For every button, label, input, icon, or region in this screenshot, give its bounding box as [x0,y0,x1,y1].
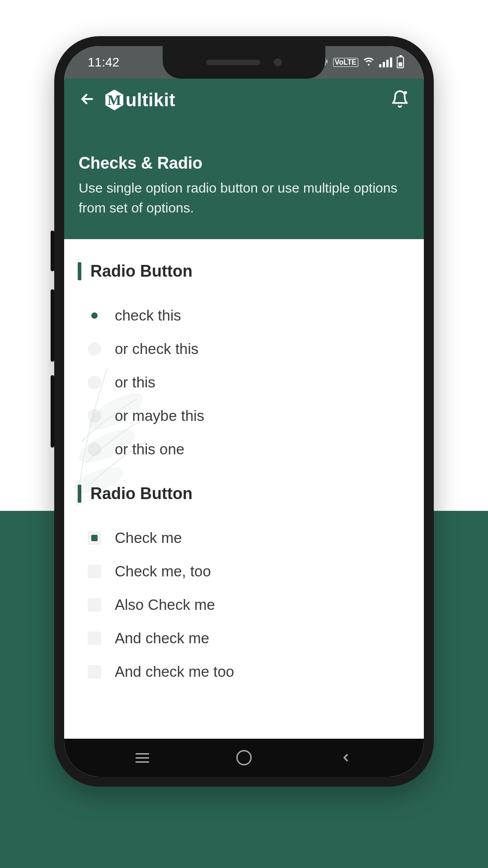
option-label: Check me, too [115,563,211,580]
app-logo[interactable]: M ultikit [104,90,175,110]
option-label: check this [115,307,181,324]
side-button [51,231,54,271]
section-heading-radio: Radio Button [78,262,410,281]
checkbox-indicator [87,597,102,613]
checkbox-indicator [87,631,102,646]
checkbox-option[interactable]: Check me, too [78,555,410,588]
volte-icon: VoLTE [333,58,358,67]
status-icons: VoLTE [319,55,404,70]
option-label: or this [115,374,155,391]
phone-frame: 11:42 VoLTE [54,36,434,787]
radio-option[interactable]: or check this [78,332,410,366]
recents-button[interactable] [129,744,156,771]
radio-option[interactable]: or this one [78,433,410,466]
section-title-text: Radio Button [90,484,192,503]
option-label: And check me too [115,663,234,680]
home-button[interactable] [230,744,258,771]
radio-indicator [87,442,102,457]
checkbox-option[interactable]: Also Check me [78,588,410,622]
option-label: Check me [115,529,182,547]
section-title-text: Radio Button [90,262,192,281]
phone-notch [163,46,325,79]
checkbox-option[interactable]: And check me [78,622,410,655]
section-accent-bar [78,262,81,280]
radio-indicator [87,375,102,390]
front-camera [274,58,282,66]
status-time: 11:42 [88,55,119,70]
option-label: or this one [115,441,184,458]
signal-icon [379,57,392,67]
radio-option[interactable]: or this [78,366,410,399]
checkbox-indicator [87,564,102,579]
radio-option[interactable]: or maybe this [78,399,410,433]
section-heading-checkbox: Radio Button [78,484,410,503]
page-subtitle: Use single option radio button or use mu… [79,178,409,217]
svg-point-1 [404,91,407,94]
checkbox-option[interactable]: And check me too [78,655,410,689]
speaker [206,60,260,65]
wifi-icon [363,55,375,70]
checkbox-indicator [87,530,102,546]
notifications-button[interactable] [390,90,409,110]
app-name: ultikit [126,90,175,110]
app-header: M ultikit Checks & Radio Use single opti… [64,79,424,239]
logo-icon: M [104,90,125,110]
battery-icon [397,57,404,68]
radio-indicator [87,341,102,357]
radio-option[interactable]: check this [78,299,410,332]
system-nav-bar [64,739,424,777]
back-nav-button[interactable] [332,744,359,771]
radio-indicator [87,308,102,323]
checkbox-indicator [87,664,102,679]
volume-up-button [51,289,54,362]
section-accent-bar [78,485,81,503]
option-label: Also Check me [115,596,215,613]
option-label: And check me [115,630,209,647]
content-area: Radio Button check this or check this or… [64,239,424,716]
option-label: or check this [115,340,198,358]
back-button[interactable] [79,90,96,109]
radio-indicator [87,408,102,424]
volume-down-button [51,375,54,448]
checkbox-option[interactable]: Check me [78,521,410,555]
phone-screen: 11:42 VoLTE [64,46,424,777]
option-label: or maybe this [115,407,204,425]
page-title: Checks & Radio [79,154,409,173]
